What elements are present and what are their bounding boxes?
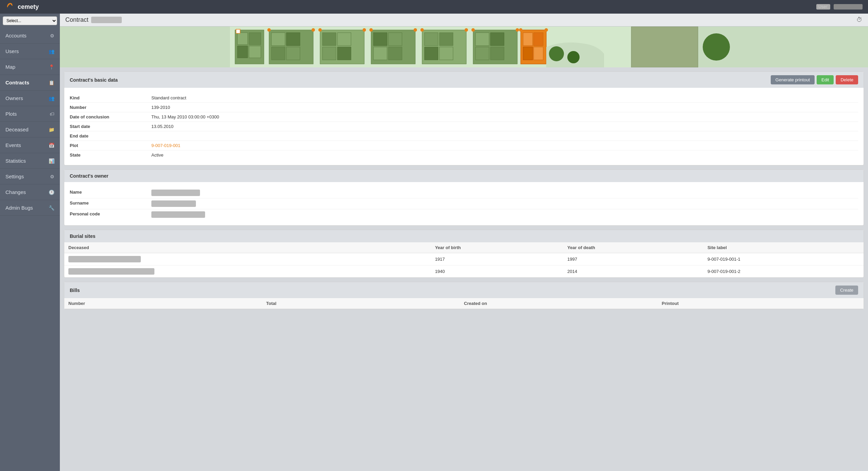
name-label: Name <box>70 190 151 196</box>
section-owner: Contract's owner Name name Surname surna… <box>64 169 864 226</box>
sidebar-item-users[interactable]: Users 👥 <box>0 44 60 59</box>
burial-year-birth-2: 1940 <box>431 265 563 278</box>
sidebar-item-events[interactable]: Events 📅 <box>0 137 60 153</box>
svg-point-48 <box>519 28 522 32</box>
section-burial: Burial sites Deceased Year of birth Year… <box>64 230 864 278</box>
clock-icon[interactable]: ⏱ <box>856 16 863 23</box>
svg-rect-40 <box>490 47 504 60</box>
surname-value: surname <box>151 200 196 207</box>
state-label: State <box>70 152 151 158</box>
generate-printout-button[interactable]: Generate printout <box>771 75 815 84</box>
section-burial-title: Burial sites <box>70 233 95 239</box>
svg-point-42 <box>516 28 519 32</box>
svg-rect-6 <box>249 46 261 58</box>
personal-code-blurred: code <box>151 211 205 218</box>
map-label: Map <box>5 64 15 70</box>
owners-icon: 👥 <box>49 96 54 101</box>
burial-row-1[interactable]: name 1917 1997 9-007-019-001-1 <box>64 253 864 265</box>
sidebar-item-contracts[interactable]: Contracts 📋 <box>0 75 60 91</box>
plot-value[interactable]: 9-007-019-001 <box>151 143 180 148</box>
deceased-icon: 📁 <box>49 127 54 132</box>
edit-button[interactable]: Edit <box>817 75 834 84</box>
logo-text: cemety <box>18 3 39 11</box>
sidebar-item-owners[interactable]: Owners 👥 <box>0 91 60 106</box>
burial-year-death-1: 1997 <box>563 253 703 265</box>
section-basic-header: Contract's basic data Generate printout … <box>64 72 864 88</box>
col-year-death: Year of death <box>563 242 703 253</box>
sidebar-item-statistics[interactable]: Statistics 📊 <box>0 153 60 169</box>
content-header: Contract id ⏱ <box>60 14 868 27</box>
burial-row-2[interactable]: name 1940 2014 9-007-019-001-2 <box>64 265 864 278</box>
content-area: Contract id ⏱ <box>60 14 868 471</box>
section-basic-title: Contract's basic data <box>70 77 118 83</box>
svg-rect-26 <box>388 47 402 60</box>
bills-col-number: Number <box>68 301 266 306</box>
sidebar-item-accounts[interactable]: Accounts ⚙ <box>0 28 60 44</box>
svg-rect-24 <box>373 47 387 60</box>
account-select-wrapper[interactable]: Select... <box>0 14 60 28</box>
section-owner-body: Name name Surname surname Personal code <box>64 182 864 225</box>
svg-rect-32 <box>439 33 453 46</box>
burial-table-wrapper: Deceased Year of birth Year of death Sit… <box>64 242 864 277</box>
admin-bugs-label: Admin Bugs <box>5 205 33 211</box>
section-owner-title: Contract's owner <box>70 173 108 179</box>
deceased-label: Deceased <box>5 127 29 132</box>
contract-title: Contract id <box>65 16 122 23</box>
svg-point-28 <box>414 28 417 32</box>
bills-col-created: Created on <box>464 301 662 306</box>
owners-label: Owners <box>5 95 23 101</box>
svg-rect-46 <box>534 33 543 46</box>
deceased-2-blurred: name <box>68 268 154 275</box>
svg-rect-18 <box>337 33 351 46</box>
svg-rect-10 <box>271 47 285 60</box>
sidebar-item-map[interactable]: Map 📍 <box>0 59 60 75</box>
svg-rect-16 <box>322 33 336 46</box>
bills-header: Bills Create <box>64 282 864 298</box>
sidebar-item-changes[interactable]: Changes 🕐 <box>0 184 60 200</box>
section-basic-body: Kind Standard contract Number 139-2010 D… <box>64 88 864 165</box>
svg-point-20 <box>318 28 322 32</box>
delete-button[interactable]: Delete <box>836 75 858 84</box>
sidebar-item-admin-bugs[interactable]: Admin Bugs 🔧 <box>0 200 60 216</box>
burial-year-birth-1: 1917 <box>431 253 563 265</box>
logo: cemety <box>5 2 39 12</box>
field-end-date: End date <box>70 131 858 141</box>
svg-rect-44 <box>523 33 533 46</box>
personal-code-value: code <box>151 211 205 218</box>
state-value: Active <box>151 152 163 158</box>
svg-rect-30 <box>424 33 438 46</box>
plot-label: Plot <box>70 143 151 148</box>
svg-point-53 <box>703 33 730 61</box>
map-thumbnail[interactable] <box>60 27 868 67</box>
account-select[interactable]: Select... <box>3 16 57 25</box>
svg-rect-31 <box>424 47 438 60</box>
svg-point-14 <box>312 28 315 32</box>
contract-id-blurred: id <box>91 17 122 23</box>
sidebar-item-settings[interactable]: Settings ⚙ <box>0 169 60 184</box>
section-owner-header: Contract's owner <box>64 170 864 182</box>
number-label: Number <box>70 105 151 110</box>
contracts-label: Contracts <box>5 80 29 85</box>
section-burial-header: Burial sites <box>64 230 864 242</box>
plots-label: Plots <box>5 111 17 117</box>
accounts-label: Accounts <box>5 33 27 38</box>
svg-rect-9 <box>271 33 285 46</box>
name-blurred: name <box>151 190 200 196</box>
admin-bugs-icon: 🔧 <box>49 205 54 211</box>
svg-point-35 <box>465 28 468 32</box>
bills-title: Bills <box>70 288 80 293</box>
sections-wrapper: Contract's basic data Generate printout … <box>60 67 868 313</box>
bills-col-total: Total <box>266 301 464 306</box>
sidebar-item-deceased[interactable]: Deceased 📁 <box>0 122 60 137</box>
events-icon: 📅 <box>49 143 54 148</box>
create-bill-button[interactable]: Create <box>835 286 858 295</box>
accounts-icon: ⚙ <box>50 33 54 38</box>
svg-rect-5 <box>249 33 261 45</box>
users-label: Users <box>5 48 19 54</box>
svg-rect-37 <box>475 33 489 46</box>
users-icon: 👥 <box>49 49 54 54</box>
number-value: 139-2010 <box>151 105 170 110</box>
sidebar-item-plots[interactable]: Plots 🏷 <box>0 106 60 122</box>
date-conclusion-label: Date of conclusion <box>70 114 151 119</box>
field-plot: Plot 9-007-019-001 <box>70 141 858 150</box>
